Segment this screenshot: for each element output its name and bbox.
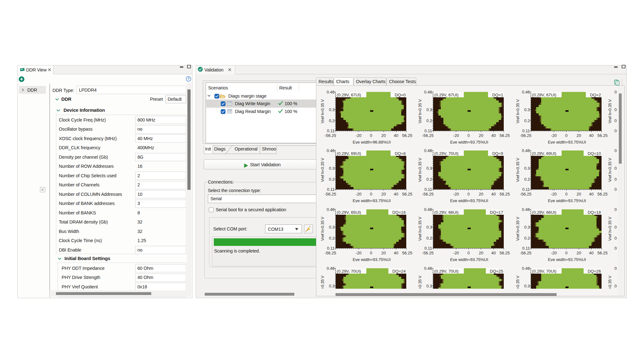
svg-text:-56.25: -56.25 — [422, 192, 434, 196]
svg-text:0.11: 0.11 — [522, 246, 530, 251]
svg-text:0.46: 0.46 — [522, 90, 530, 94]
svg-text:0.3: 0.3 — [524, 225, 530, 230]
svg-text:Vref h=0.35 V: Vref h=0.35 V — [516, 99, 520, 123]
svg-text:0.2: 0.2 — [524, 118, 530, 123]
svg-text:Vref h=0.35 V: Vref h=0.35 V — [608, 217, 612, 241]
svg-text:-20: -20 — [356, 251, 362, 255]
svg-text:Eye width=93.75%UI: Eye width=93.75%UI — [548, 140, 586, 144]
svg-text:(0.29V, 65UI): (0.29V, 65UI) — [337, 210, 361, 215]
svg-text:DQ=2: DQ=2 — [590, 93, 601, 97]
svg-text:0.46: 0.46 — [522, 207, 530, 212]
svg-text:Vref h=0.35 V: Vref h=0.35 V — [516, 217, 520, 241]
svg-text:0.11: 0.11 — [425, 246, 432, 251]
svg-text:0: 0 — [565, 133, 567, 138]
svg-text:0.3: 0.3 — [329, 225, 335, 230]
svg-text:20: 20 — [381, 133, 386, 138]
svg-text:DQ=16: DQ=16 — [392, 210, 406, 215]
svg-text:Vref h=0.35 V: Vref h=0.35 V — [516, 158, 520, 182]
svg-text:DQ=10: DQ=10 — [588, 151, 601, 156]
svg-text:0.2: 0.2 — [329, 236, 335, 241]
svg-text:0: 0 — [614, 177, 617, 182]
svg-text:Eye width=93.75%UI: Eye width=93.75%UI — [353, 198, 391, 202]
svg-text:-56.25: -56.25 — [520, 192, 531, 196]
svg-text:0: 0 — [370, 133, 372, 138]
svg-text:Eye width=93.75%UI: Eye width=93.75%UI — [353, 257, 391, 261]
svg-text:(0.29V, 70UI): (0.29V, 70UI) — [337, 269, 361, 274]
svg-text:-56.25: -56.25 — [422, 251, 434, 255]
svg-text:Eye width=93.75%UI: Eye width=93.75%UI — [548, 257, 586, 261]
svg-text:0.3: 0.3 — [524, 284, 530, 288]
svg-text:20: 20 — [479, 251, 483, 255]
svg-text:0.46: 0.46 — [424, 148, 432, 153]
svg-text:0: 0 — [614, 166, 617, 171]
svg-text:0.46: 0.46 — [522, 266, 530, 271]
svg-text:-56.25: -56.25 — [520, 133, 531, 138]
svg-text:0.11: 0.11 — [425, 187, 432, 192]
svg-text:-20: -20 — [551, 192, 557, 196]
svg-text:40: 40 — [394, 192, 398, 196]
svg-text:0.3: 0.3 — [329, 284, 335, 288]
svg-text:0.2: 0.2 — [329, 118, 335, 123]
svg-text:40: 40 — [394, 133, 398, 138]
svg-text:?: ? — [187, 77, 189, 81]
svg-text:(0.29V, 70UI): (0.29V, 70UI) — [434, 269, 458, 274]
svg-text:0.46: 0.46 — [327, 207, 335, 212]
svg-text:40: 40 — [589, 133, 593, 138]
svg-text:0: 0 — [565, 192, 567, 196]
svg-text:20: 20 — [577, 192, 581, 196]
svg-text:0.3: 0.3 — [524, 166, 530, 171]
svg-text:Eye width=93.75%UI: Eye width=93.75%UI — [450, 140, 488, 144]
svg-text:0.2: 0.2 — [426, 236, 432, 241]
svg-text:40: 40 — [491, 251, 496, 255]
svg-text:0: 0 — [614, 266, 617, 271]
svg-text:20: 20 — [577, 133, 581, 138]
svg-text:(0.29V, 67UI): (0.29V, 67UI) — [434, 93, 458, 97]
svg-text:56.25: 56.25 — [402, 192, 413, 196]
svg-text:DQ=8: DQ=8 — [395, 151, 406, 156]
svg-text:0: 0 — [467, 192, 469, 196]
svg-text:0: 0 — [467, 251, 469, 255]
svg-text:-20: -20 — [453, 192, 459, 196]
svg-text:0.46: 0.46 — [424, 90, 432, 94]
svg-text:0.46: 0.46 — [327, 266, 335, 271]
svg-text:-20: -20 — [453, 251, 459, 255]
svg-text:(0.29V, 70UI): (0.29V, 70UI) — [532, 269, 556, 274]
svg-text:DQ=25: DQ=25 — [490, 269, 503, 274]
svg-text:-20: -20 — [551, 251, 557, 255]
svg-text:0.3: 0.3 — [524, 107, 530, 112]
svg-text:0.3: 0.3 — [426, 166, 432, 171]
svg-text:40: 40 — [589, 251, 593, 255]
svg-text:0: 0 — [467, 133, 469, 138]
svg-text:-20: -20 — [453, 133, 459, 138]
svg-text:0.11: 0.11 — [327, 187, 335, 192]
svg-text:0: 0 — [614, 118, 617, 123]
svg-text:0.3: 0.3 — [426, 284, 432, 288]
svg-text:0.11: 0.11 — [327, 128, 335, 133]
svg-text:-56.25: -56.25 — [422, 133, 434, 138]
svg-text:(0.29V, 66UI): (0.29V, 66UI) — [532, 210, 556, 215]
svg-text:20: 20 — [381, 192, 386, 196]
svg-text:0: 0 — [614, 128, 617, 133]
svg-text:0.46: 0.46 — [424, 266, 432, 271]
svg-text:0: 0 — [614, 207, 617, 212]
svg-text:0: 0 — [614, 187, 617, 192]
svg-text:0: 0 — [614, 107, 617, 112]
svg-text:Eye width=93.75%UI: Eye width=93.75%UI — [450, 257, 488, 261]
svg-text:-56.25: -56.25 — [325, 192, 336, 196]
svg-text:DQ=26: DQ=26 — [588, 269, 601, 274]
svg-text:0.46: 0.46 — [327, 148, 335, 153]
svg-text:0.46: 0.46 — [522, 148, 530, 153]
svg-text:Vref h=0.35 V: Vref h=0.35 V — [608, 158, 612, 182]
svg-text:(0.29V, 69UI): (0.29V, 69UI) — [532, 151, 556, 156]
svg-text:0: 0 — [614, 246, 617, 251]
svg-text:DQ=0: DQ=0 — [395, 93, 406, 97]
svg-text:DQ=9: DQ=9 — [492, 151, 503, 156]
svg-text:0.2: 0.2 — [524, 177, 530, 182]
svg-text:-56.25: -56.25 — [325, 251, 336, 255]
svg-text:0: 0 — [614, 225, 617, 230]
svg-text:-56.25: -56.25 — [325, 133, 336, 138]
svg-text:20: 20 — [479, 192, 483, 196]
svg-text:-20: -20 — [356, 192, 362, 196]
svg-text:Eye width=96.88%UI: Eye width=96.88%UI — [353, 140, 391, 144]
svg-text:40: 40 — [491, 133, 496, 138]
